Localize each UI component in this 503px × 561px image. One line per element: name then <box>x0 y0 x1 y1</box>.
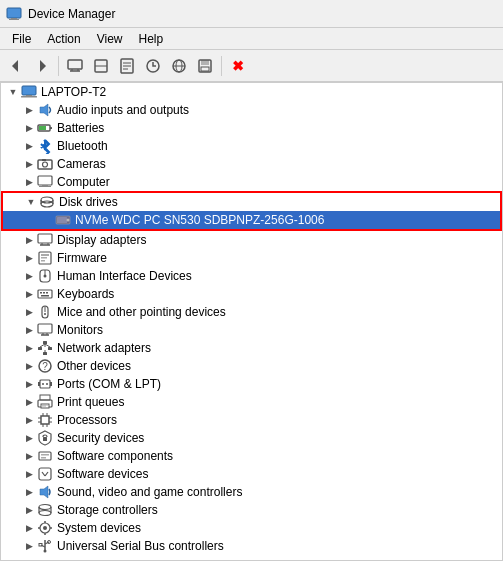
tree-firmware[interactable]: Firmware <box>1 249 502 267</box>
svg-point-117 <box>44 550 47 553</box>
svg-line-100 <box>45 472 48 476</box>
processors-icon <box>37 412 53 428</box>
svg-point-30 <box>43 162 48 167</box>
svg-rect-116 <box>39 544 42 547</box>
computer-expander[interactable] <box>21 174 37 190</box>
svg-marker-101 <box>40 486 48 498</box>
svg-rect-27 <box>50 127 52 129</box>
sound-icon <box>37 484 53 500</box>
svg-rect-0 <box>7 8 21 18</box>
toolbar-forward[interactable] <box>30 54 54 78</box>
display-label: Display adapters <box>57 233 146 247</box>
menu-action[interactable]: Action <box>39 30 88 48</box>
tree-storage[interactable]: Storage controllers <box>1 501 502 519</box>
tree-disk-drives[interactable]: Disk drives <box>3 193 500 211</box>
svg-text:?: ? <box>42 361 48 372</box>
cameras-expander[interactable] <box>21 156 37 172</box>
tree-monitors[interactable]: Monitors <box>1 321 502 339</box>
disk-drives-icon <box>39 194 55 210</box>
tree-root[interactable]: LAPTOP-T2 <box>1 83 502 101</box>
network-expander[interactable] <box>21 340 37 356</box>
tree-audio[interactable]: Audio inputs and outputs <box>1 101 502 119</box>
app-title: Device Manager <box>28 7 115 21</box>
monitors-expander[interactable] <box>21 322 37 338</box>
svg-rect-61 <box>38 324 52 333</box>
toolbar-network[interactable] <box>167 54 191 78</box>
toolbar-save[interactable] <box>193 54 217 78</box>
tree-software-components[interactable]: Software components <box>1 447 502 465</box>
tree-other[interactable]: ? Other devices <box>1 357 502 375</box>
root-expander[interactable] <box>5 84 21 100</box>
disk-drives-expander[interactable] <box>23 194 39 210</box>
usb-icon <box>37 538 53 554</box>
bluetooth-expander[interactable] <box>21 138 37 154</box>
mice-label: Mice and other pointing devices <box>57 305 226 319</box>
menu-bar: File Action View Help <box>0 28 503 50</box>
security-expander[interactable] <box>21 430 37 446</box>
toolbar-delete[interactable]: ✖ <box>226 54 250 78</box>
software-components-icon <box>37 448 53 464</box>
toolbar-computer[interactable] <box>63 54 87 78</box>
svg-line-71 <box>45 344 50 347</box>
menu-help[interactable]: Help <box>131 30 172 48</box>
software-components-expander[interactable] <box>21 448 37 464</box>
storage-expander[interactable] <box>21 502 37 518</box>
svg-rect-78 <box>38 382 40 386</box>
svg-rect-97 <box>41 457 46 459</box>
tree-ports[interactable]: Ports (COM & LPT) <box>1 375 502 393</box>
display-expander[interactable] <box>21 232 37 248</box>
firmware-expander[interactable] <box>21 250 37 266</box>
tree-bluetooth[interactable]: Bluetooth <box>1 137 502 155</box>
menu-view[interactable]: View <box>89 30 131 48</box>
keyboards-expander[interactable] <box>21 286 37 302</box>
toolbar-scan[interactable] <box>89 54 113 78</box>
svg-point-102 <box>39 505 51 510</box>
firmware-icon <box>37 250 53 266</box>
tree-batteries[interactable]: Batteries <box>1 119 502 137</box>
system-label: System devices <box>57 521 141 535</box>
svg-rect-79 <box>50 382 52 386</box>
toolbar-update[interactable] <box>141 54 165 78</box>
device-tree: LAPTOP-T2 Audio inputs and outputs Batte… <box>0 82 503 561</box>
tree-nvme-drive[interactable]: NVMe WDC PC SN530 SDBPNPZ-256G-1006 <box>3 211 500 229</box>
print-label: Print queues <box>57 395 124 409</box>
tree-cameras[interactable]: Cameras <box>1 155 502 173</box>
menu-file[interactable]: File <box>4 30 39 48</box>
system-expander[interactable] <box>21 520 37 536</box>
software-devices-expander[interactable] <box>21 466 37 482</box>
print-expander[interactable] <box>21 394 37 410</box>
tree-print[interactable]: Print queues <box>1 393 502 411</box>
ports-expander[interactable] <box>21 376 37 392</box>
storage-icon <box>37 502 53 518</box>
tree-network[interactable]: Network adapters <box>1 339 502 357</box>
audio-expander[interactable] <box>21 102 37 118</box>
hid-expander[interactable] <box>21 268 37 284</box>
usb-expander[interactable] <box>21 538 37 554</box>
sound-label: Sound, video and game controllers <box>57 485 242 499</box>
tree-security[interactable]: Security devices <box>1 429 502 447</box>
audio-icon <box>37 102 53 118</box>
tree-keyboards[interactable]: Keyboards <box>1 285 502 303</box>
tree-sound[interactable]: Sound, video and game controllers <box>1 483 502 501</box>
tree-display[interactable]: Display adapters <box>1 231 502 249</box>
tree-mice[interactable]: Mice and other pointing devices <box>1 303 502 321</box>
processors-expander[interactable] <box>21 412 37 428</box>
tree-usb[interactable]: Universal Serial Bus controllers <box>1 537 502 555</box>
sound-expander[interactable] <box>21 484 37 500</box>
mice-expander[interactable] <box>21 304 37 320</box>
svg-marker-3 <box>12 60 18 72</box>
other-expander[interactable] <box>21 358 37 374</box>
tree-processors[interactable]: Processors <box>1 411 502 429</box>
batteries-expander[interactable] <box>21 120 37 136</box>
svg-rect-98 <box>39 468 51 480</box>
hid-icon <box>37 268 53 284</box>
monitors-label: Monitors <box>57 323 103 337</box>
tree-hid[interactable]: Human Interface Devices <box>1 267 502 285</box>
toolbar-properties[interactable] <box>115 54 139 78</box>
tree-software-devices[interactable]: Software devices <box>1 465 502 483</box>
tree-system[interactable]: System devices <box>1 519 502 537</box>
toolbar-back[interactable] <box>4 54 28 78</box>
tree-computer[interactable]: Computer <box>1 173 502 191</box>
network-icon <box>37 340 53 356</box>
app-icon <box>6 6 22 22</box>
